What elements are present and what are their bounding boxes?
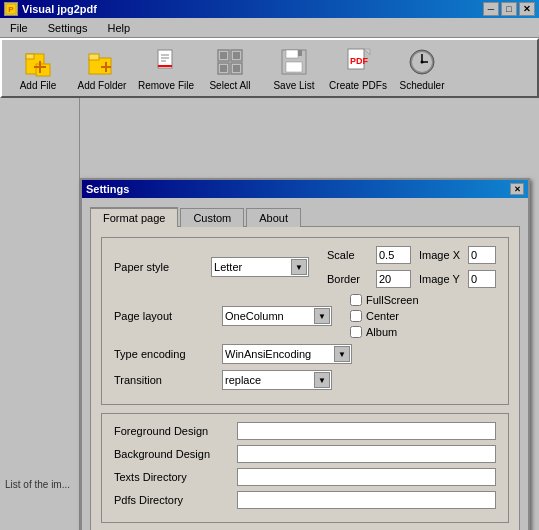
dialog-body: Format page Custom About bbox=[82, 198, 528, 530]
scale-input[interactable] bbox=[376, 246, 411, 264]
svg-point-35 bbox=[421, 60, 424, 63]
maximize-button[interactable]: □ bbox=[501, 2, 517, 16]
center-label: Center bbox=[366, 310, 399, 322]
album-checkbox[interactable] bbox=[350, 326, 362, 338]
texts-directory-row: Texts Directory bbox=[114, 468, 496, 486]
select-all-button[interactable]: Select All bbox=[200, 42, 260, 94]
page-layout-select[interactable]: OneColumn TwoColumn SinglePage bbox=[222, 306, 332, 326]
page-layout-label: Page layout bbox=[114, 310, 214, 322]
foreground-design-label: Foreground Design bbox=[114, 425, 229, 437]
image-x-label: Image X bbox=[419, 249, 464, 261]
scale-label: Scale bbox=[327, 249, 372, 261]
page-layout-select-wrapper: OneColumn TwoColumn SinglePage ▼ bbox=[222, 306, 332, 326]
border-input[interactable] bbox=[376, 270, 411, 288]
image-x-input[interactable] bbox=[468, 246, 496, 264]
paper-style-select[interactable]: Letter A4 A3 Legal bbox=[211, 257, 309, 277]
left-panel: List of the im... bbox=[0, 98, 80, 530]
close-button[interactable]: ✕ bbox=[519, 2, 535, 16]
type-encoding-select[interactable]: WinAnsiEncoding MacRomanEncoding Standar… bbox=[222, 344, 352, 364]
svg-rect-27 bbox=[298, 50, 302, 56]
window-controls: ─ □ ✕ bbox=[483, 2, 535, 16]
menu-file[interactable]: File bbox=[4, 20, 34, 36]
tab-format-page[interactable]: Format page bbox=[90, 207, 178, 227]
scheduler-icon bbox=[406, 46, 438, 78]
foreground-design-input[interactable] bbox=[237, 422, 496, 440]
border-label: Border bbox=[327, 273, 372, 285]
svg-rect-22 bbox=[220, 65, 227, 72]
pdfs-directory-label: Pdfs Directory bbox=[114, 494, 229, 506]
texts-directory-input[interactable] bbox=[237, 468, 496, 486]
menu-help[interactable]: Help bbox=[101, 20, 136, 36]
fullscreen-row: FullScreen bbox=[350, 294, 419, 306]
type-encoding-label: Type encoding bbox=[114, 348, 214, 360]
dialog-title-bar: Settings ✕ bbox=[82, 180, 528, 198]
transition-label: Transition bbox=[114, 374, 214, 386]
svg-rect-8 bbox=[89, 54, 99, 60]
select-all-label: Select All bbox=[209, 80, 250, 91]
tab-about[interactable]: About bbox=[246, 208, 301, 227]
type-encoding-row: Type encoding WinAnsiEncoding MacRomanEn… bbox=[114, 344, 496, 364]
center-checkbox[interactable] bbox=[350, 310, 362, 322]
remove-file-button[interactable]: Remove File bbox=[136, 42, 196, 94]
pdfs-directory-row: Pdfs Directory bbox=[114, 491, 496, 509]
fullscreen-label: FullScreen bbox=[366, 294, 419, 306]
svg-rect-4 bbox=[36, 64, 50, 76]
album-row: Album bbox=[350, 326, 419, 338]
background-design-input[interactable] bbox=[237, 445, 496, 463]
toolbar: Add File Add Folder bbox=[0, 38, 539, 98]
fullscreen-checkbox[interactable] bbox=[350, 294, 362, 306]
content-area: List of the im... Settings ✕ Format page bbox=[0, 98, 539, 530]
form-section-main: Paper style Letter A4 A3 Legal ▼ bbox=[101, 237, 509, 405]
add-folder-button[interactable]: Add Folder bbox=[72, 42, 132, 94]
minimize-button[interactable]: ─ bbox=[483, 2, 499, 16]
foreground-design-row: Foreground Design bbox=[114, 422, 496, 440]
page-layout-row: Page layout OneColumn TwoColumn SinglePa… bbox=[114, 294, 496, 338]
create-pdfs-icon: PDF bbox=[342, 46, 374, 78]
tab-custom[interactable]: Custom bbox=[180, 208, 244, 227]
add-file-icon bbox=[22, 46, 54, 78]
select-all-icon bbox=[214, 46, 246, 78]
add-folder-label: Add Folder bbox=[78, 80, 127, 91]
svg-rect-26 bbox=[286, 62, 302, 72]
transition-select-wrapper: replace split blinds box wipe dissolve g… bbox=[222, 370, 332, 390]
svg-marker-30 bbox=[364, 49, 370, 55]
border-row: Border Image Y bbox=[327, 270, 496, 288]
paper-style-row: Paper style Letter A4 A3 Legal ▼ bbox=[114, 246, 496, 288]
dialog-title: Settings bbox=[86, 183, 129, 195]
pdfs-directory-input[interactable] bbox=[237, 491, 496, 509]
texts-directory-label: Texts Directory bbox=[114, 471, 229, 483]
scheduler-button[interactable]: Scheduler bbox=[392, 42, 452, 94]
save-list-label: Save List bbox=[273, 80, 314, 91]
add-file-label: Add File bbox=[20, 80, 57, 91]
title-bar: P Visual jpg2pdf ─ □ ✕ bbox=[0, 0, 539, 18]
center-row: Center bbox=[350, 310, 419, 322]
image-y-input[interactable] bbox=[468, 270, 496, 288]
create-pdfs-button[interactable]: PDF Create PDFs bbox=[328, 42, 388, 94]
add-folder-icon bbox=[86, 46, 118, 78]
menu-bar: File Settings Help bbox=[0, 18, 539, 38]
menu-settings[interactable]: Settings bbox=[42, 20, 94, 36]
svg-rect-25 bbox=[286, 50, 298, 58]
remove-file-icon bbox=[150, 46, 182, 78]
scheduler-label: Scheduler bbox=[399, 80, 444, 91]
svg-rect-21 bbox=[233, 52, 240, 59]
album-label: Album bbox=[366, 326, 397, 338]
paper-style-select-wrapper: Letter A4 A3 Legal ▼ bbox=[211, 257, 309, 277]
scale-row: Scale Image X bbox=[327, 246, 496, 264]
svg-text:PDF: PDF bbox=[350, 56, 369, 66]
transition-select[interactable]: replace split blinds box wipe dissolve g… bbox=[222, 370, 332, 390]
background-design-row: Background Design bbox=[114, 445, 496, 463]
save-list-button[interactable]: Save List bbox=[264, 42, 324, 94]
directories-section: Foreground Design Background Design Text… bbox=[101, 413, 509, 523]
add-file-button[interactable]: Add File bbox=[8, 42, 68, 94]
type-encoding-select-wrapper: WinAnsiEncoding MacRomanEncoding Standar… bbox=[222, 344, 352, 364]
save-list-icon bbox=[278, 46, 310, 78]
dialog-close-button[interactable]: ✕ bbox=[510, 183, 524, 195]
app-icon: P bbox=[4, 2, 18, 16]
svg-rect-20 bbox=[220, 52, 227, 59]
dialog-window: Settings ✕ Format page Custom Ab bbox=[80, 178, 530, 530]
remove-file-label: Remove File bbox=[138, 80, 194, 91]
svg-rect-23 bbox=[233, 65, 240, 72]
svg-text:P: P bbox=[8, 5, 14, 14]
main-window: File Settings Help Add File bbox=[0, 18, 539, 530]
